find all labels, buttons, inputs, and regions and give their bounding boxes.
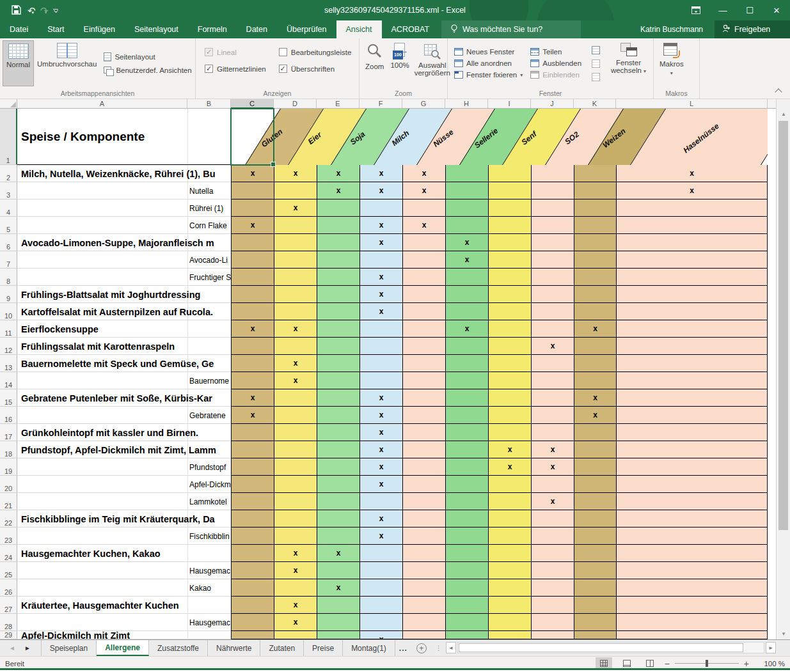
zoom-slider-track[interactable] <box>675 663 739 664</box>
cell-I21[interactable] <box>488 493 531 510</box>
table-row-8[interactable]: xFruchtiger S <box>17 269 768 286</box>
table-row-7[interactable]: xAvocado-Li <box>17 251 768 269</box>
cell-G21[interactable] <box>402 493 445 510</box>
cell-H10[interactable] <box>445 303 488 320</box>
table-row-27[interactable]: xKräutertee, Hausgemachter Kuchen <box>17 597 768 614</box>
cell-J15[interactable] <box>531 389 574 407</box>
cell-F6[interactable]: x <box>359 234 402 251</box>
menu-tab-daten[interactable]: Daten <box>237 20 277 38</box>
row-header-13[interactable]: 13 <box>0 355 17 372</box>
column-header-G[interactable]: G <box>402 99 445 109</box>
row-header-15[interactable]: 15 <box>0 389 17 407</box>
cell-G16[interactable] <box>402 407 445 424</box>
menu-tab-acrobat[interactable]: ACROBAT <box>382 20 439 38</box>
cell-I22[interactable] <box>488 510 531 527</box>
cell-C21[interactable] <box>231 493 274 510</box>
row-header-5[interactable]: 5 <box>0 217 17 234</box>
cell-L19[interactable] <box>616 458 768 476</box>
select-all-corner[interactable] <box>0 99 17 109</box>
table-row-6[interactable]: xxAvocado-Limonen-Suppe, Majoranfleisch … <box>17 234 768 251</box>
scroll-up-arrow[interactable]: ▲ <box>777 109 790 120</box>
zoom-in-button[interactable]: + <box>744 659 749 669</box>
cell-D14[interactable]: x <box>274 372 317 389</box>
row-header-19[interactable]: 19 <box>0 458 17 476</box>
cell-D20[interactable] <box>274 476 317 493</box>
column-header-B[interactable]: B <box>187 99 231 109</box>
cell-F11[interactable] <box>359 320 402 338</box>
cell-D12[interactable] <box>274 338 317 355</box>
row-header-14[interactable]: 14 <box>0 372 17 389</box>
cell-F21[interactable] <box>359 493 402 510</box>
cell-K6[interactable] <box>574 234 616 251</box>
cell-E27[interactable] <box>317 597 359 614</box>
cell-L7[interactable] <box>616 251 768 269</box>
row-header-10[interactable]: 10 <box>0 303 17 320</box>
table-row-13[interactable]: xBauernomelette mit Speck und Gemüse, Ge <box>17 355 768 372</box>
cell-J24[interactable] <box>531 545 574 562</box>
cell-K29[interactable] <box>574 631 616 639</box>
cell-C12[interactable] <box>231 338 274 355</box>
cell-J5[interactable] <box>531 217 574 234</box>
page-layout-view-button[interactable]: Seitenlayout <box>104 52 191 61</box>
cell-K4[interactable] <box>574 199 616 217</box>
cell-K13[interactable] <box>574 355 616 372</box>
cell-K3[interactable] <box>574 182 616 199</box>
ribbon-display-options-button[interactable] <box>683 0 709 20</box>
cell-I19[interactable]: x <box>488 458 531 476</box>
cell-G10[interactable] <box>402 303 445 320</box>
cell-F28[interactable] <box>359 614 402 631</box>
cell-J9[interactable] <box>531 286 574 303</box>
cell-J14[interactable] <box>531 372 574 389</box>
cell-E14[interactable] <box>317 372 359 389</box>
cell-C9[interactable] <box>231 286 274 303</box>
table-row-10[interactable]: xKartoffelsalat mit Austernpilzen auf Ru… <box>17 303 768 320</box>
horizontal-scroll-thumb[interactable] <box>459 643 743 652</box>
cell-D28[interactable]: x <box>274 614 317 631</box>
row-header-20[interactable]: 20 <box>0 476 17 493</box>
cell-H5[interactable] <box>445 217 488 234</box>
redo-button[interactable]: ↷▾ <box>40 6 47 15</box>
cell-G19[interactable] <box>402 458 445 476</box>
scroll-down-arrow[interactable]: ▼ <box>777 629 790 639</box>
new-window-button[interactable]: Neues Fenster <box>454 48 523 56</box>
row-header-23[interactable]: 23 <box>0 527 17 545</box>
cell-L10[interactable] <box>616 303 768 320</box>
cell-E6[interactable] <box>317 234 359 251</box>
cell-K23[interactable] <box>574 527 616 545</box>
cell-J6[interactable] <box>531 234 574 251</box>
cell-K18[interactable] <box>574 441 616 458</box>
cell-C6[interactable] <box>231 234 274 251</box>
cell-C25[interactable] <box>231 562 274 579</box>
cell-K8[interactable] <box>574 269 616 286</box>
new-sheet-button[interactable]: + <box>411 640 432 656</box>
cell-F27[interactable] <box>359 597 402 614</box>
cell-F8[interactable]: x <box>359 269 402 286</box>
cell-C16[interactable]: x <box>231 407 274 424</box>
custom-views-button[interactable]: Benutzerdef. Ansichten <box>104 66 191 75</box>
row-header-17[interactable]: 17 <box>0 424 17 441</box>
cell-D16[interactable] <box>274 407 317 424</box>
table-row-22[interactable]: xFischkibblinge im Teig mit Kräuterquark… <box>17 510 768 527</box>
cell-F7[interactable] <box>359 251 402 269</box>
cell-D24[interactable]: x <box>274 545 317 562</box>
cell-H24[interactable] <box>445 545 488 562</box>
cell-F15[interactable]: x <box>359 389 402 407</box>
cell-E4[interactable] <box>317 199 359 217</box>
menu-tab-datei[interactable]: Datei <box>0 20 38 38</box>
hide-button[interactable]: Ausblenden <box>530 59 581 67</box>
cell-I26[interactable] <box>488 579 531 597</box>
vertical-scroll-thumb[interactable] <box>778 121 788 530</box>
cell-D7[interactable] <box>274 251 317 269</box>
cell-C18[interactable] <box>231 441 274 458</box>
cell-K17[interactable] <box>574 424 616 441</box>
cell-I23[interactable] <box>488 527 531 545</box>
column-header-L[interactable]: L <box>616 99 768 109</box>
cell-L25[interactable] <box>616 562 768 579</box>
cell-E23[interactable] <box>317 527 359 545</box>
table-row-23[interactable]: xFischkibblin <box>17 527 768 545</box>
cell-C19[interactable] <box>231 458 274 476</box>
cell-L4[interactable] <box>616 199 768 217</box>
cell-E7[interactable] <box>317 251 359 269</box>
cell-H20[interactable] <box>445 476 488 493</box>
menu-tab-ansicht[interactable]: Ansicht <box>336 20 382 38</box>
